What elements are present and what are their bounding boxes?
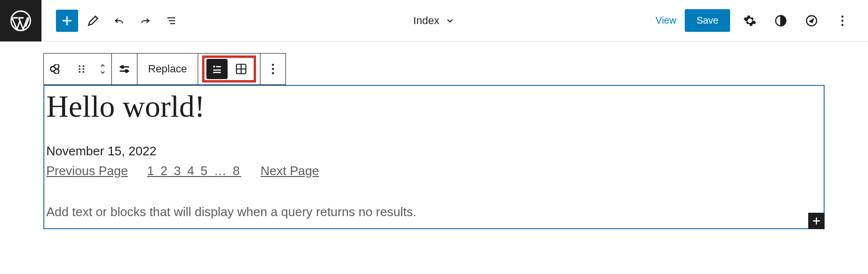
styles-icon	[774, 14, 787, 27]
block-more-options-button[interactable]	[260, 54, 285, 84]
svg-point-5	[841, 24, 843, 26]
svg-point-10	[79, 71, 81, 73]
pagination: Previous Page 1 2 3 4 5 … 8 Next Page	[46, 164, 822, 178]
infinity-icon	[49, 64, 64, 74]
toolbar-group-settings	[112, 53, 137, 85]
svg-point-13	[125, 70, 128, 72]
wordpress-icon	[9, 9, 32, 32]
svg-point-11	[82, 71, 84, 73]
svg-point-8	[79, 68, 81, 70]
display-settings-button[interactable]	[112, 54, 137, 84]
svg-point-14	[213, 66, 215, 68]
svg-rect-16	[213, 69, 221, 70]
toolbar-group-more	[260, 53, 286, 85]
top-left-tools	[56, 10, 182, 32]
svg-point-21	[272, 72, 274, 74]
chevron-down-icon	[98, 69, 107, 76]
save-button[interactable]: Save	[685, 9, 730, 32]
list-layout-button[interactable]	[206, 59, 228, 79]
svg-point-6	[79, 65, 81, 67]
svg-rect-15	[216, 66, 221, 67]
undo-icon	[112, 15, 126, 27]
sliders-icon	[118, 64, 131, 74]
drag-handle[interactable]	[69, 54, 94, 84]
save-button-label: Save	[696, 15, 719, 26]
drag-icon	[78, 63, 85, 75]
svg-point-12	[121, 66, 123, 68]
next-page-link[interactable]: Next Page	[260, 164, 319, 178]
more-vertical-icon	[841, 14, 844, 27]
view-toggle-highlight	[202, 55, 256, 82]
query-loop-block[interactable]: Hello world! November 15, 2022 Previous …	[43, 85, 825, 229]
query-loop-icon-button[interactable]	[44, 54, 69, 84]
svg-point-7	[82, 65, 84, 67]
styles-button[interactable]	[770, 10, 792, 32]
post-title[interactable]: Hello world!	[46, 89, 822, 124]
document-title[interactable]: Index	[413, 14, 455, 27]
more-vertical-icon	[271, 63, 275, 75]
plus-icon	[811, 216, 822, 226]
svg-point-20	[272, 68, 274, 70]
replace-button[interactable]: Replace	[137, 54, 198, 84]
tools-button[interactable]	[82, 10, 104, 32]
no-results-placeholder[interactable]: Add text or blocks that will display whe…	[46, 205, 822, 219]
chevron-up-icon	[98, 62, 107, 69]
svg-rect-17	[213, 72, 221, 73]
toolbar-group-block	[43, 53, 112, 85]
svg-point-4	[841, 19, 843, 21]
top-right-tools: View Save	[655, 9, 868, 32]
move-up-down[interactable]	[94, 54, 111, 84]
undo-button[interactable]	[108, 10, 130, 32]
gear-icon	[743, 14, 757, 27]
svg-point-9	[82, 68, 84, 70]
pencil-icon	[86, 14, 100, 27]
plus-icon	[60, 14, 74, 27]
svg-point-19	[272, 64, 274, 66]
list-layout-icon	[211, 63, 223, 75]
redo-button[interactable]	[134, 10, 156, 32]
list-view-button[interactable]	[160, 10, 182, 32]
grid-layout-icon	[235, 63, 247, 75]
toolbar-group-replace: Replace	[137, 53, 198, 85]
more-options-button[interactable]	[831, 10, 854, 32]
view-link[interactable]: View	[655, 15, 676, 26]
svg-point-3	[841, 15, 843, 17]
redo-icon	[138, 15, 152, 27]
settings-button[interactable]	[739, 10, 761, 32]
list-view-icon	[164, 15, 178, 27]
editor-top-bar: Index View Save	[0, 0, 868, 41]
compass-icon	[805, 14, 818, 27]
post-date[interactable]: November 15, 2022	[46, 144, 822, 159]
document-title-text: Index	[413, 14, 439, 27]
page-numbers[interactable]: 1 2 3 4 5 … 8	[147, 164, 241, 178]
add-block-inline-button[interactable]	[808, 213, 825, 229]
toolbar-group-view	[198, 53, 260, 85]
navigate-button[interactable]	[800, 10, 823, 32]
previous-page-link[interactable]: Previous Page	[46, 164, 128, 178]
grid-layout-button[interactable]	[231, 59, 252, 79]
block-toolbar: Replace	[43, 53, 286, 85]
add-block-button[interactable]	[56, 10, 78, 32]
wordpress-logo[interactable]	[0, 0, 41, 41]
chevron-down-icon	[445, 16, 455, 26]
